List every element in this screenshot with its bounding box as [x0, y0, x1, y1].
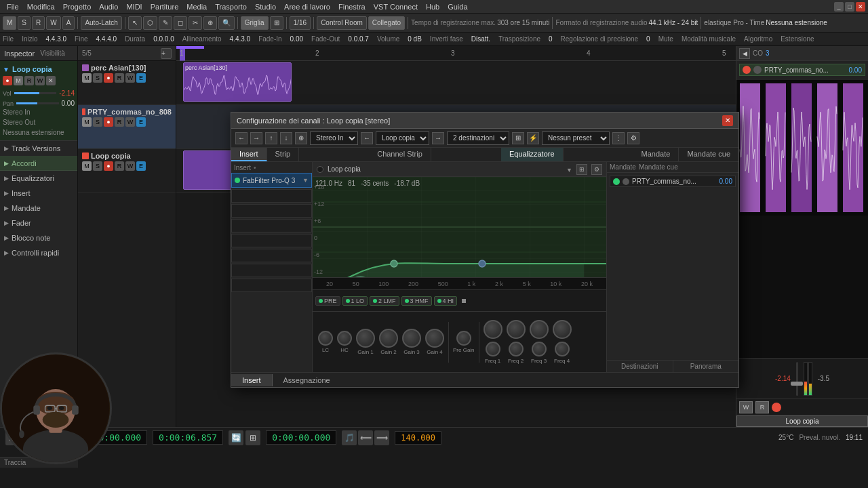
track-mute-perc[interactable]: M	[82, 73, 92, 83]
track-r-loop[interactable]: R	[115, 161, 124, 171]
insert-slot-7[interactable]	[231, 264, 312, 277]
cursor-btn[interactable]: ↖	[128, 16, 142, 30]
panorama-btn[interactable]: Panorama	[673, 361, 739, 372]
track-item-perc[interactable]: perc Asian[130] M S ● R W E	[78, 61, 176, 105]
eq-nav-up[interactable]: ↑	[265, 132, 277, 144]
vol-fader[interactable]	[14, 92, 57, 94]
menu-guida[interactable]: Guida	[443, 3, 471, 11]
eq-modal-titlebar[interactable]: Configurazione dei canali : Loop copia […	[231, 113, 738, 129]
maximize-button[interactable]: □	[845, 2, 854, 12]
knob-gain2[interactable]	[379, 329, 398, 348]
menu-modifica[interactable]: Modifica	[23, 3, 59, 11]
track-item-prty[interactable]: PRTY_commas_no_808 M S ● R W E	[78, 105, 176, 149]
auto-latch-btn[interactable]: Auto-Latch	[81, 16, 121, 30]
tab-mandate[interactable]: Mandate	[633, 148, 679, 161]
route-left-btn[interactable]: ←	[361, 132, 373, 144]
track-rec-prty[interactable]: ●	[104, 117, 113, 127]
mode-r[interactable]: R	[32, 16, 45, 30]
preset-select[interactable]: Nessun preset	[542, 131, 610, 145]
menu-finestra[interactable]: Finestra	[334, 3, 370, 11]
track-r-prty[interactable]: R	[115, 117, 124, 127]
mute-btn[interactable]: ✕	[46, 76, 56, 85]
loop-btn[interactable]: 🔄	[229, 430, 243, 445]
quantize-btn[interactable]: 1/16	[290, 16, 311, 30]
track-rec-perc[interactable]: ●	[104, 73, 113, 83]
fader-item[interactable]: ▶ Fader	[0, 216, 77, 230]
track-solo-prty[interactable]: S	[93, 117, 102, 127]
fader-track-right[interactable]	[796, 362, 798, 396]
eq-nav-down[interactable]: ↓	[280, 132, 292, 144]
split-btn[interactable]: ✂	[189, 16, 202, 30]
compare-btn[interactable]: ⚡	[527, 132, 539, 144]
inspector-channel-row[interactable]: ▼ Loop copia	[3, 64, 75, 75]
read-btn[interactable]: R	[24, 76, 34, 85]
knob-q3[interactable]	[532, 342, 547, 357]
control-room-btn[interactable]: Control Room	[317, 16, 367, 30]
knob-freq3[interactable]	[530, 320, 549, 339]
stereo-in-row[interactable]: Stereo In	[3, 107, 75, 117]
blocco-note-item[interactable]: ▶ Blocco note	[0, 230, 77, 245]
insert-slot-2[interactable]	[231, 189, 312, 203]
strip-settings-btn[interactable]: ⚙	[591, 164, 602, 175]
band-1lo[interactable]: 1 LO	[342, 296, 368, 306]
glue-btn[interactable]: ⊕	[203, 16, 217, 30]
r-btn-right[interactable]: R	[755, 401, 769, 413]
track-item-loop[interactable]: Loop copia M S ● R W E	[78, 149, 176, 193]
accordi-item[interactable]: ▶ Accordi	[0, 156, 77, 171]
insert-slot-6[interactable]	[231, 249, 312, 262]
audio-block-loop-1[interactable]	[183, 150, 237, 190]
fader-handle-right[interactable]	[791, 382, 803, 386]
band-3hmf[interactable]: 3 HMF	[401, 296, 432, 306]
menu-progetto[interactable]: Progetto	[59, 3, 96, 11]
knob-hc[interactable]	[337, 331, 352, 346]
insert-plugin-row[interactable]: FabFilter Pro-Q 3 ▼	[231, 173, 312, 188]
track-e-prty[interactable]: E	[136, 117, 146, 127]
menu-trasporto[interactable]: Trasporto	[211, 3, 251, 11]
channel-name-select[interactable]: Loop copia	[376, 131, 429, 145]
strip-expand-btn[interactable]: ⊞	[576, 164, 587, 175]
track-solo-perc[interactable]: S	[93, 73, 102, 83]
insert-slot-5[interactable]	[231, 234, 312, 247]
knob-gain3[interactable]	[402, 329, 421, 348]
zoom-btn[interactable]: 🔍	[218, 16, 235, 30]
insert-slot-3[interactable]	[231, 204, 312, 218]
band-pre[interactable]: PRE	[315, 296, 340, 306]
track-w-loop[interactable]: W	[125, 161, 135, 171]
menu-audio[interactable]: Audio	[95, 3, 122, 11]
audio-block-perc-1[interactable]: perc Asian[130]	[183, 62, 292, 102]
pencil-btn[interactable]: ✎	[159, 16, 172, 30]
mandate-btn2[interactable]	[623, 178, 629, 185]
write-btn[interactable]: W	[35, 76, 45, 85]
add-track-btn[interactable]: +	[161, 48, 172, 59]
panel-collapse-btn[interactable]: ◀	[739, 48, 750, 59]
preset-menu-btn[interactable]: ⋮	[612, 132, 625, 144]
eq-display[interactable]: 121.0 Hz 81 -35 cents -18.7 dB	[313, 177, 606, 277]
knob-gain1[interactable]	[356, 329, 375, 348]
strip-pwr-btn[interactable]	[317, 166, 323, 173]
menu-vst[interactable]: VST Connect	[370, 3, 422, 11]
track-versions-item[interactable]: ▶ Track Versions	[0, 141, 77, 156]
track-solo-loop[interactable]: S	[93, 161, 102, 171]
tab-equalizzatore[interactable]: Equalizzatore	[501, 148, 564, 161]
knob-q2[interactable]	[509, 342, 524, 357]
mandate-item[interactable]: ▶ Mandate	[0, 201, 77, 216]
insert-item[interactable]: ▶ Insert	[0, 186, 77, 201]
ruler[interactable]: 1 2 3 4 5	[176, 46, 736, 61]
knob-lc[interactable]	[318, 331, 333, 346]
band-2lmf[interactable]: 2 LMF	[370, 296, 399, 306]
track-e-perc[interactable]: E	[136, 73, 146, 83]
equalizzatori-item[interactable]: ▶ Equalizzatori	[0, 171, 77, 186]
menu-midi[interactable]: MIDI	[122, 3, 146, 11]
settings-btn[interactable]: ⚙	[627, 132, 639, 144]
track-mute-loop[interactable]: M	[82, 161, 92, 171]
tab-channel-strip[interactable]: Channel Strip	[369, 148, 431, 161]
monitor-btn[interactable]: M	[14, 76, 23, 85]
band-4hi[interactable]: 4 HI	[434, 296, 458, 306]
track-lane-perc[interactable]: perc Asian[130]	[176, 61, 736, 105]
eq-nav-back[interactable]: ←	[235, 132, 248, 144]
grid-btn[interactable]: Griglia	[241, 16, 269, 30]
pre-btn[interactable]: ⟸	[358, 430, 373, 445]
knob-gain4[interactable]	[425, 329, 444, 348]
menu-partiture[interactable]: Partiture	[146, 3, 183, 11]
rec-btn-right[interactable]	[772, 403, 781, 412]
